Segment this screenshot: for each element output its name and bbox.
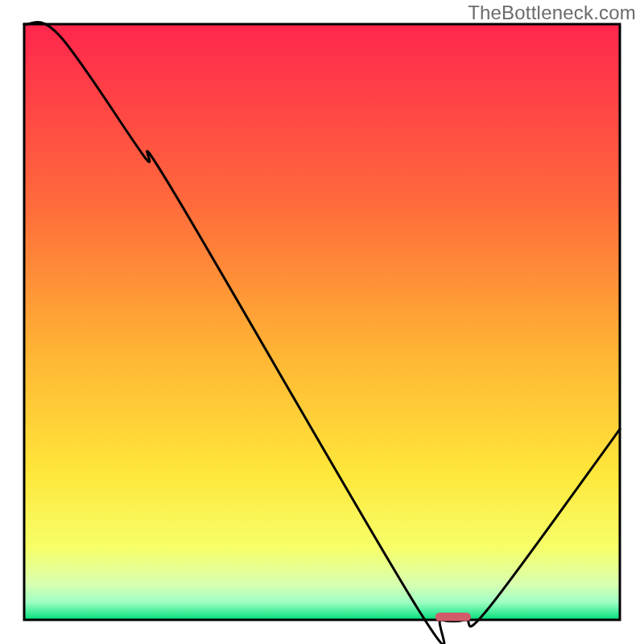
watermark-text: TheBottleneck.com [468,2,636,24]
chart-frame: TheBottleneck.com [0,0,644,644]
optimum-marker [436,613,471,621]
chart-svg [0,0,644,644]
